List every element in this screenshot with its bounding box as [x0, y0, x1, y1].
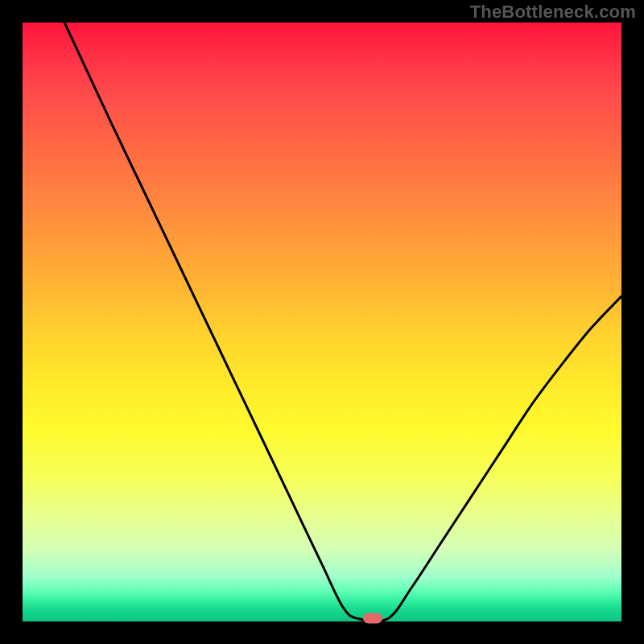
watermark-text: TheBottleneck.com	[470, 2, 636, 23]
bottleneck-curve	[23, 23, 621, 621]
optimal-marker	[363, 613, 382, 624]
plot-area	[23, 23, 621, 621]
chart-frame: TheBottleneck.com	[0, 0, 644, 644]
